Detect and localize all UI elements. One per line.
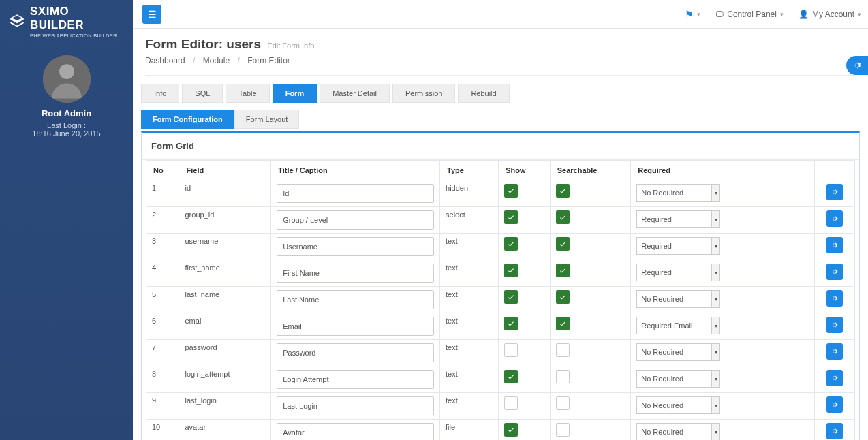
cell-no: 9: [146, 393, 179, 420]
check-on-icon[interactable]: [556, 264, 570, 277]
check-off-icon[interactable]: [556, 396, 570, 410]
check-on-icon[interactable]: [556, 290, 570, 304]
check-on-icon[interactable]: [556, 184, 570, 198]
row-settings-button[interactable]: [826, 210, 843, 227]
brand-icon: [8, 13, 26, 31]
select-toggle[interactable]: ▾: [711, 343, 720, 361]
row-settings-button[interactable]: [826, 290, 843, 307]
required-select[interactable]: [636, 423, 711, 440]
cell-type: text: [440, 234, 499, 260]
row-settings-button[interactable]: [826, 423, 843, 439]
title-input[interactable]: [277, 370, 434, 389]
required-select[interactable]: [636, 343, 711, 361]
cell-type: text: [440, 366, 499, 393]
required-select[interactable]: [636, 317, 711, 334]
breadcrumb-module[interactable]: Module: [203, 56, 230, 65]
check-off-icon[interactable]: [556, 423, 570, 437]
sidebar: SXIMO BUILDER PHP WEB APPLICATION BUILDE…: [0, 0, 133, 440]
select-toggle[interactable]: ▾: [711, 396, 720, 414]
cell-type: text: [440, 313, 499, 340]
subtab-form-configuration[interactable]: Form Configuration: [141, 110, 234, 129]
check-on-icon[interactable]: [504, 423, 518, 437]
tab-sql[interactable]: SQL: [182, 84, 223, 103]
title-input[interactable]: [277, 237, 434, 256]
flag-icon: ⚑: [685, 9, 694, 20]
select-toggle[interactable]: ▾: [711, 264, 720, 281]
check-on-icon[interactable]: [556, 317, 570, 330]
breadcrumb-form-editor: Form Editor: [247, 56, 290, 65]
row-settings-button[interactable]: [826, 343, 843, 360]
gears-icon: [852, 60, 863, 71]
title-input[interactable]: [277, 290, 434, 309]
required-select[interactable]: [636, 210, 711, 228]
svg-point-1: [59, 64, 74, 79]
select-toggle[interactable]: ▾: [711, 184, 720, 202]
check-on-icon[interactable]: [504, 317, 518, 330]
row-settings-button[interactable]: [826, 184, 843, 200]
check-off-icon[interactable]: [556, 370, 570, 383]
tab-master-detail[interactable]: Master Detail: [320, 84, 390, 103]
check-on-icon[interactable]: [504, 210, 518, 224]
check-off-icon[interactable]: [504, 396, 518, 410]
required-select[interactable]: [636, 290, 711, 308]
select-toggle[interactable]: ▾: [711, 290, 720, 308]
hamburger-button[interactable]: ☰: [142, 5, 161, 24]
check-on-icon[interactable]: [504, 370, 518, 383]
check-on-icon[interactable]: [504, 184, 518, 198]
my-account-dropdown[interactable]: 👤 My Account ▾: [799, 10, 861, 19]
required-select[interactable]: [636, 264, 711, 281]
row-settings-button[interactable]: [826, 237, 843, 253]
check-on-icon[interactable]: [504, 290, 518, 304]
row-settings-button[interactable]: [826, 370, 843, 386]
cell-type: text: [440, 340, 499, 366]
select-toggle[interactable]: ▾: [711, 370, 720, 388]
tab-permission[interactable]: Permission: [392, 84, 455, 103]
select-toggle[interactable]: ▾: [711, 423, 720, 440]
title-input[interactable]: [277, 423, 434, 440]
title-input[interactable]: [277, 396, 434, 415]
col-no: No: [146, 161, 179, 180]
check-off-icon[interactable]: [504, 343, 518, 357]
title-input[interactable]: [277, 210, 434, 230]
tab-info[interactable]: Info: [141, 84, 179, 103]
cell-type: text: [440, 260, 499, 287]
subtab-form-layout[interactable]: Form Layout: [234, 110, 300, 129]
title-input[interactable]: [277, 184, 434, 203]
check-on-icon[interactable]: [556, 210, 570, 224]
title-input[interactable]: [277, 317, 434, 336]
tab-form[interactable]: Form: [273, 84, 317, 103]
cell-field: username: [179, 234, 271, 260]
required-select[interactable]: [636, 370, 711, 388]
control-panel-link[interactable]: 🖵 Control Panel ▾: [715, 10, 784, 19]
topbar: ☰ ⚑ ▾ 🖵 Control Panel ▾ 👤 My Account ▾: [133, 0, 868, 29]
required-select[interactable]: [636, 396, 711, 414]
page-title: Form Editor: users: [145, 37, 261, 51]
row-settings-button[interactable]: [826, 264, 843, 280]
cell-field: id: [179, 180, 271, 207]
tab-table[interactable]: Table: [226, 84, 269, 103]
row-settings-button[interactable]: [826, 396, 843, 413]
check-on-icon[interactable]: [556, 237, 570, 251]
cell-no: 2: [146, 207, 179, 234]
col-type: Type: [440, 161, 499, 180]
cell-type: hidden: [440, 180, 499, 207]
check-on-icon[interactable]: [504, 237, 518, 251]
row-settings-button[interactable]: [826, 317, 843, 333]
required-select[interactable]: [636, 237, 711, 255]
cell-field: last_login: [179, 393, 271, 420]
tab-rebuild[interactable]: Rebuild: [458, 84, 509, 103]
cell-type: text: [440, 287, 499, 313]
title-input[interactable]: [277, 264, 434, 283]
check-on-icon[interactable]: [504, 264, 518, 277]
side-settings-button[interactable]: [846, 56, 868, 75]
chevron-down-icon: ▾: [858, 11, 861, 18]
language-dropdown[interactable]: ⚑ ▾: [685, 9, 700, 20]
select-toggle[interactable]: ▾: [711, 210, 720, 228]
required-select[interactable]: [636, 184, 711, 202]
last-login-value: 18:16 June 20, 2015: [0, 129, 133, 138]
select-toggle[interactable]: ▾: [711, 317, 720, 334]
breadcrumb-dashboard[interactable]: Dashboard: [145, 56, 185, 65]
title-input[interactable]: [277, 343, 434, 362]
select-toggle[interactable]: ▾: [711, 237, 720, 255]
check-off-icon[interactable]: [556, 343, 570, 357]
